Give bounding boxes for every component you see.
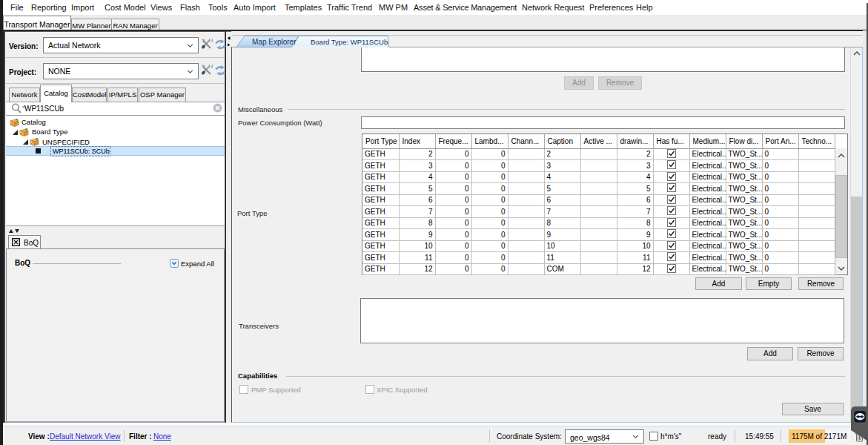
svg-text:Map Explorer: Map Explorer — [252, 38, 296, 46]
svg-text:Board Type: WP11SCUb: Board Type: WP11SCUb — [311, 38, 388, 46]
